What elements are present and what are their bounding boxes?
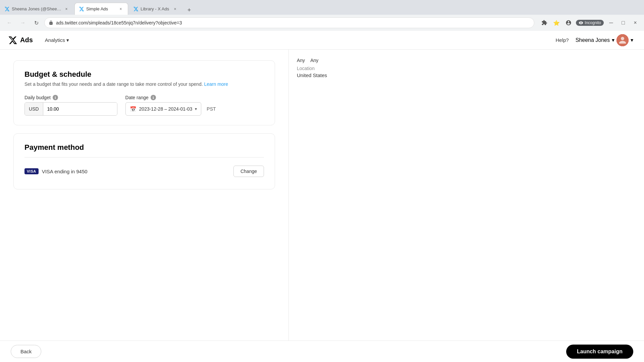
browser-controls: ← → ↻ ads.twitter.com/simpleads/18ce55nj…	[0, 15, 644, 31]
sidebar-any-row: Any Any	[297, 58, 441, 63]
maximize-button[interactable]: □	[619, 18, 628, 27]
extensions-button[interactable]	[540, 18, 549, 27]
visa-card-info: VISA VISA ending in 9450	[24, 168, 88, 174]
visa-badge: VISA	[24, 168, 39, 174]
date-range-value: 2023-12-28 – 2024-01-03	[139, 106, 193, 112]
tab-close-sheena[interactable]: ×	[63, 6, 69, 12]
sidebar-any-1: Any	[297, 58, 305, 63]
x-tab-icon-3	[133, 6, 139, 12]
close-button[interactable]: ×	[631, 18, 640, 27]
user-dropdown-icon: ▾	[631, 37, 633, 43]
sidebar-location-section: Location United States	[297, 66, 441, 78]
date-range-group: Date range ℹ 📅 2023-12-28 – 2024-01-03 ▾…	[125, 95, 216, 116]
sidebar-location-value: United States	[297, 72, 441, 78]
x-tab-icon-2	[79, 6, 84, 12]
ads-nav-label: Ads	[20, 36, 33, 44]
x-ads-nav: Ads Analytics ▾ Help? Sheena Jones ▾ ▾	[0, 31, 644, 50]
x-logo[interactable]: Ads	[8, 36, 33, 45]
browser-actions: ⭐ Incognito ─ □ ×	[540, 18, 640, 27]
user-chevron-icon: ▾	[612, 37, 614, 43]
tab-close-simple-ads[interactable]: ×	[118, 6, 124, 12]
budget-input-wrapper: USD	[24, 102, 117, 116]
x-tab-icon-1	[4, 6, 10, 12]
budget-schedule-section: Budget & schedule Set a budget that fits…	[13, 60, 275, 125]
timezone-label: PST	[207, 106, 216, 112]
date-range-info-icon[interactable]: ℹ	[151, 95, 156, 100]
tab-simple-ads[interactable]: Simple Ads ×	[74, 3, 128, 15]
profile-button[interactable]	[564, 18, 573, 27]
address-bar-text: ads.twitter.com/simpleads/18ce55njq7n/de…	[56, 20, 530, 25]
calendar-icon: 📅	[130, 106, 137, 112]
tab-title-library: Library - X Ads	[141, 6, 170, 11]
help-label: Help?	[555, 37, 569, 43]
tab-library[interactable]: Library - X Ads ×	[129, 3, 182, 15]
budget-form-row: Daily budget ℹ USD Date range ℹ	[24, 95, 264, 116]
reload-button[interactable]: ↻	[31, 17, 42, 28]
date-range-chevron-icon: ▾	[195, 107, 197, 111]
right-sidebar: Any Any Location United States	[288, 50, 449, 362]
learn-more-link[interactable]: Learn more	[204, 81, 228, 87]
sidebar-any-2: Any	[310, 58, 318, 63]
date-range-picker[interactable]: 📅 2023-12-28 – 2024-01-03 ▾	[125, 102, 202, 116]
budget-amount-input[interactable]	[43, 103, 117, 115]
minimize-button[interactable]: ─	[606, 18, 616, 27]
main-layout: Budget & schedule Set a budget that fits…	[0, 50, 644, 362]
analytics-nav-button[interactable]: Analytics ▾	[41, 35, 73, 45]
analytics-chevron-icon: ▾	[66, 37, 69, 43]
daily-budget-label: Daily budget ℹ	[24, 95, 117, 100]
budget-section-title: Budget & schedule	[24, 70, 264, 79]
change-payment-button[interactable]: Change	[233, 166, 264, 177]
card-text: VISA ending in 9450	[42, 169, 88, 174]
payment-row: VISA VISA ending in 9450 Change	[24, 163, 264, 180]
payment-method-section: Payment method VISA VISA ending in 9450 …	[13, 133, 275, 189]
analytics-label: Analytics	[45, 37, 65, 43]
date-range-label: Date range ℹ	[125, 95, 216, 100]
address-bar[interactable]: ads.twitter.com/simpleads/18ce55njq7n/de…	[44, 17, 534, 28]
daily-budget-info-icon[interactable]: ℹ	[53, 95, 58, 100]
currency-label: USD	[25, 103, 43, 115]
user-name-label: Sheena Jones	[576, 37, 610, 43]
browser-tab-bar: Sheena Jones (@SheenaJone45 × Simple Ads…	[0, 0, 644, 15]
back-nav-button[interactable]: ←	[4, 17, 15, 28]
left-content: Budget & schedule Set a budget that fits…	[0, 50, 288, 362]
help-button[interactable]: Help?	[551, 35, 573, 45]
tab-close-library[interactable]: ×	[172, 6, 178, 12]
lock-icon	[49, 20, 53, 25]
launch-campaign-button[interactable]: Launch campaign	[566, 345, 633, 359]
new-tab-button[interactable]: +	[184, 5, 194, 15]
sidebar-location-label: Location	[297, 66, 441, 71]
bookmark-button[interactable]: ⭐	[552, 18, 561, 27]
tab-title-simple-ads: Simple Ads	[86, 6, 116, 11]
tab-sheena[interactable]: Sheena Jones (@SheenaJone45 ×	[0, 3, 74, 15]
user-profile-button[interactable]: Sheena Jones ▾ ▾	[573, 33, 636, 48]
payment-section-title: Payment method	[24, 143, 264, 152]
daily-budget-group: Daily budget ℹ USD	[24, 95, 117, 116]
tab-title-sheena: Sheena Jones (@SheenaJone45	[12, 6, 61, 11]
incognito-label: Incognito	[585, 20, 601, 25]
user-avatar	[616, 34, 629, 46]
back-button[interactable]: Back	[11, 345, 41, 358]
forward-nav-button[interactable]: →	[17, 17, 28, 28]
incognito-badge: Incognito	[576, 20, 604, 26]
bottom-action-bar: Back Launch campaign	[0, 341, 644, 362]
budget-section-subtitle: Set a budget that fits your needs and a …	[24, 81, 264, 87]
